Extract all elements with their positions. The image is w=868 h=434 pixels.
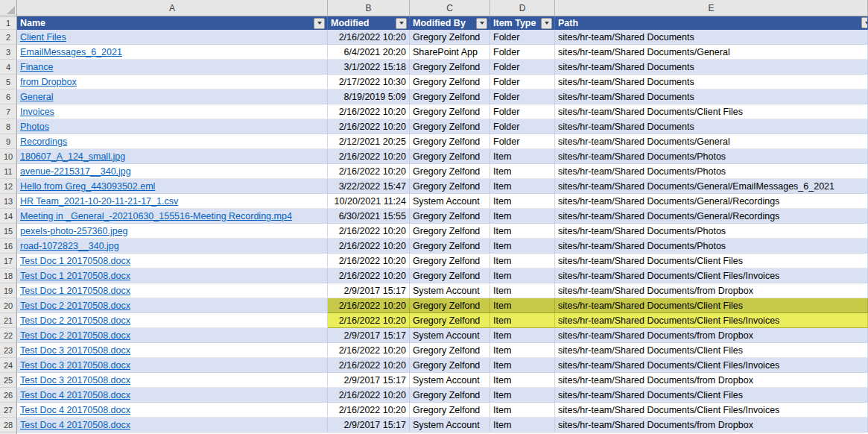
cell-path[interactable]: sites/hr-team/Shared Documents/Client Fi… xyxy=(555,403,868,418)
file-link[interactable]: Test Doc 1 20170508.docx xyxy=(20,286,130,296)
cell-path[interactable]: sites/hr-team/Shared Documents/from Drop… xyxy=(555,373,868,388)
file-link[interactable]: Test Doc 2 20170508.docx xyxy=(20,315,130,326)
file-link[interactable]: Test Doc 1 20170508.docx xyxy=(20,256,130,266)
cell-item-type[interactable]: Item xyxy=(490,328,555,343)
table-header-modified-by[interactable]: Modified By xyxy=(410,16,490,30)
row-number[interactable]: 17 xyxy=(0,254,17,268)
cell-modified-by[interactable]: SharePoint App xyxy=(410,45,490,60)
row-number[interactable]: 2 xyxy=(0,30,17,45)
cell-modified[interactable]: 6/4/2021 20:20 xyxy=(328,45,410,60)
cell-modified-by[interactable]: System Account xyxy=(410,373,490,388)
cell-modified[interactable]: 3/1/2022 15:18 xyxy=(328,60,410,75)
cell-path[interactable]: sites/hr-team/Shared Documents/Photos xyxy=(555,239,868,254)
cell-modified-by[interactable]: Gregory Zelfond xyxy=(410,358,490,373)
row-number[interactable]: 11 xyxy=(0,164,17,179)
cell-modified[interactable]: 2/9/2017 15:17 xyxy=(328,328,410,343)
row-number[interactable]: 8 xyxy=(0,119,17,134)
cell-item-type[interactable]: Item xyxy=(490,313,555,328)
cell-item-type[interactable]: Item xyxy=(490,164,555,179)
cell-name[interactable]: Test Doc 4 20170508.docx xyxy=(17,388,328,403)
cell-modified[interactable]: 2/16/2022 10:20 xyxy=(328,403,410,418)
row-number[interactable]: 7 xyxy=(0,104,17,119)
table-header-modified[interactable]: Modified xyxy=(328,16,410,30)
cell-item-type[interactable]: Item xyxy=(490,149,555,164)
cell-modified-by[interactable]: Gregory Zelfond xyxy=(410,268,490,283)
cell-modified[interactable]: 2/16/2022 10:20 xyxy=(328,298,410,313)
cell-item-type[interactable]: Item xyxy=(490,254,555,268)
cell-item-type[interactable]: Item xyxy=(490,224,555,239)
cell-item-type[interactable]: Folder xyxy=(490,104,555,119)
cell-modified-by[interactable]: Gregory Zelfond xyxy=(410,209,490,224)
file-link[interactable]: from Dropbox xyxy=(20,77,77,87)
cell-modified-by[interactable]: Gregory Zelfond xyxy=(410,104,490,119)
cell-path[interactable]: sites/hr-team/Shared Documents/General/R… xyxy=(555,194,868,209)
cell-name[interactable]: Test Doc 1 20170508.docx xyxy=(17,268,328,283)
cell-modified-by[interactable]: Gregory Zelfond xyxy=(410,403,490,418)
cell-item-type[interactable]: Folder xyxy=(490,89,555,104)
cell-name[interactable]: Test Doc 2 20170508.docx xyxy=(17,328,328,343)
file-link[interactable]: Photos xyxy=(20,122,49,132)
column-header-c[interactable]: C xyxy=(410,0,490,16)
cell-modified[interactable]: 2/16/2022 10:20 xyxy=(328,388,410,403)
file-link[interactable]: Hello from Greg_443093502.eml xyxy=(20,181,155,192)
cell-path[interactable]: sites/hr-team/Shared Documents/from Drop… xyxy=(555,418,868,433)
cell-modified[interactable]: 2/16/2022 10:20 xyxy=(328,164,410,179)
cell-modified[interactable]: 8/19/2019 5:09 xyxy=(328,89,410,104)
cell-name[interactable]: Hello from Greg_443093502.eml xyxy=(17,179,328,194)
row-number[interactable]: 6 xyxy=(0,89,17,104)
cell-modified-by[interactable]: Gregory Zelfond xyxy=(410,224,490,239)
cell-modified-by[interactable]: System Account xyxy=(410,418,490,433)
cell-path[interactable]: sites/hr-team/Shared Documents xyxy=(555,89,868,104)
filter-button-path[interactable] xyxy=(861,17,868,28)
cell-modified[interactable]: 2/12/2021 20:25 xyxy=(328,134,410,149)
cell-name[interactable]: Finance xyxy=(17,60,328,75)
cell-path[interactable]: sites/hr-team/Shared Documents xyxy=(555,119,868,134)
row-number[interactable]: 26 xyxy=(0,388,17,403)
cell-modified-by[interactable]: System Account xyxy=(410,328,490,343)
cell-name[interactable]: Client Files xyxy=(17,30,328,45)
cell-name[interactable]: Meeting in _General_-20210630_155516-Mee… xyxy=(17,209,328,224)
cell-modified-by[interactable]: Gregory Zelfond xyxy=(410,149,490,164)
cell-modified[interactable]: 2/16/2022 10:20 xyxy=(328,313,410,328)
cell-name[interactable]: Test Doc 4 20170508.docx xyxy=(17,403,328,418)
cell-name[interactable]: pexels-photo-257360.jpeg xyxy=(17,224,328,239)
cell-modified[interactable]: 2/17/2022 10:30 xyxy=(328,75,410,89)
file-link[interactable]: Test Doc 3 20170508.docx xyxy=(20,360,130,371)
cell-modified[interactable]: 2/16/2022 10:20 xyxy=(328,224,410,239)
cell-path[interactable]: sites/hr-team/Shared Documents/Client Fi… xyxy=(555,343,868,358)
row-number[interactable]: 23 xyxy=(0,343,17,358)
filter-button-name[interactable] xyxy=(314,18,325,29)
row-number[interactable]: 22 xyxy=(0,328,17,343)
cell-path[interactable]: sites/hr-team/Shared Documents/Client Fi… xyxy=(555,358,868,373)
cell-path[interactable]: sites/hr-team/Shared Documents/Photos xyxy=(555,224,868,239)
file-link[interactable]: road-1072823__340.jpg xyxy=(20,241,119,251)
cell-name[interactable]: Test Doc 1 20170508.docx xyxy=(17,254,328,268)
cell-name[interactable]: General xyxy=(17,89,328,104)
cell-name[interactable]: Test Doc 2 20170508.docx xyxy=(17,313,328,328)
select-all-corner[interactable] xyxy=(0,0,17,16)
cell-name[interactable]: Test Doc 4 20170508.docx xyxy=(17,418,328,433)
row-number[interactable]: 20 xyxy=(0,298,17,313)
cell-name[interactable]: EmailMessages_6_2021 xyxy=(17,45,328,60)
file-link[interactable]: EmailMessages_6_2021 xyxy=(20,47,122,57)
filter-button-modified[interactable] xyxy=(396,18,407,29)
cell-item-type[interactable]: Item xyxy=(490,239,555,254)
cell-item-type[interactable]: Item xyxy=(490,343,555,358)
cell-item-type[interactable]: Item xyxy=(490,268,555,283)
filter-button-item-type[interactable] xyxy=(541,18,552,29)
cell-name[interactable]: Invoices xyxy=(17,104,328,119)
cell-name[interactable]: 180607_A_124_small.jpg xyxy=(17,149,328,164)
row-number[interactable]: 5 xyxy=(0,75,17,89)
file-link[interactable]: Test Doc 3 20170508.docx xyxy=(20,375,130,386)
file-link[interactable]: General xyxy=(20,92,53,102)
cell-item-type[interactable]: Item xyxy=(490,179,555,194)
cell-path[interactable]: sites/hr-team/Shared Documents xyxy=(555,60,868,75)
cell-name[interactable]: HR Team_2021-10-20-11-21-17_1.csv xyxy=(17,194,328,209)
cell-item-type[interactable]: Folder xyxy=(490,75,555,89)
cell-modified[interactable]: 2/16/2022 10:20 xyxy=(328,149,410,164)
cell-path[interactable]: sites/hr-team/Shared Documents xyxy=(555,75,868,89)
cell-name[interactable]: Photos xyxy=(17,119,328,134)
cell-name[interactable]: avenue-2215317__340.jpg xyxy=(17,164,328,179)
cell-path[interactable]: sites/hr-team/Shared Documents/Client Fi… xyxy=(555,298,868,313)
cell-modified-by[interactable]: Gregory Zelfond xyxy=(410,30,490,45)
